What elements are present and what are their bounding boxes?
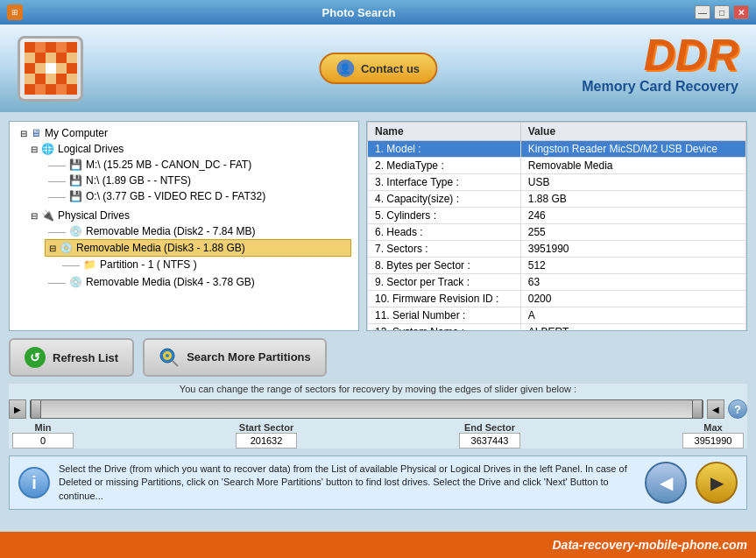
slider-thumb-right[interactable] <box>692 399 703 419</box>
svg-rect-5 <box>25 53 35 63</box>
slider-left-arrow[interactable]: ▶ <box>9 399 26 419</box>
tree-partition1[interactable]: —— 📁 Partition - 1 ( NTFS ) <box>59 257 351 272</box>
prop-value: 3951990 <box>520 241 745 258</box>
min-input[interactable] <box>12 433 74 449</box>
svg-rect-6 <box>35 53 46 63</box>
svg-rect-11 <box>35 63 46 74</box>
physical-drives-label: Physical Drives <box>58 209 130 222</box>
info-text: Select the Drive (from which you want to… <box>59 463 636 503</box>
prop-value: USB <box>520 174 745 191</box>
tree-drive-n[interactable]: —— 💾 N:\ (1.89 GB - - NTFS) <box>45 173 351 188</box>
back-button[interactable]: ◀ <box>645 462 687 504</box>
tree-logical-drives[interactable]: ⊟ 🌐 Logical Drives <box>27 141 351 157</box>
table-row: 12. System Name :ALBERT <box>368 324 746 332</box>
svg-rect-23 <box>56 84 67 95</box>
table-row: 2. MediaType :Removable Media <box>368 158 746 174</box>
max-input[interactable] <box>682 433 744 449</box>
prop-value: Removable Media <box>520 158 745 174</box>
table-row: 9. Sector per Track :63 <box>368 274 746 291</box>
tree-disk3[interactable]: ⊟ 💿 Removable Media (Disk3 - 1.88 GB) <box>45 239 351 257</box>
svg-rect-10 <box>25 63 35 74</box>
minimize-button[interactable]: — <box>695 5 710 19</box>
slider-section: You can change the range of sectors for … <box>9 384 747 449</box>
tree-disk4[interactable]: —— 💿 Removable Media (Disk4 - 3.78 GB) <box>45 274 351 290</box>
svg-rect-12 <box>46 63 56 74</box>
disk3-label: Removable Media (Disk3 - 1.88 GB) <box>76 242 245 254</box>
svg-rect-1 <box>35 42 46 53</box>
close-button[interactable]: ✕ <box>733 5 749 19</box>
table-row: 10. Firmware Revision ID :0200 <box>368 291 746 307</box>
col-name-header: Name <box>368 123 521 141</box>
prop-value: ALBERT <box>520 324 745 332</box>
table-row: 5. Cylinders :246 <box>368 208 746 224</box>
svg-rect-0 <box>25 42 35 53</box>
end-sector-input[interactable] <box>459 433 520 449</box>
col-value-header: Value <box>520 123 745 141</box>
next-button[interactable]: ▶ <box>696 462 738 504</box>
tree-root[interactable]: ⊟ 🖥 My Computer <box>17 125 351 141</box>
drive-m-label: M:\ (15.25 MB - CANON_DC - FAT) <box>86 159 251 171</box>
svg-rect-21 <box>35 84 46 95</box>
slider-thumb-left[interactable] <box>31 399 41 419</box>
prop-value: 246 <box>520 208 745 224</box>
svg-rect-19 <box>67 74 77 84</box>
tree-disk2[interactable]: —— 💿 Removable Media (Disk2 - 7.84 MB) <box>45 223 351 239</box>
max-group: Max <box>682 422 744 449</box>
slider-track[interactable] <box>30 399 703 419</box>
slider-right-arrow[interactable]: ◀ <box>707 399 724 419</box>
svg-rect-2 <box>46 42 56 53</box>
ddr-logo: DDR Memory Card Recovery <box>582 33 738 95</box>
ddr-title: DDR <box>582 33 738 77</box>
svg-line-28 <box>173 361 178 366</box>
prop-name: 3. Interface Type : <box>368 174 521 191</box>
svg-rect-13 <box>56 63 67 74</box>
ddr-subtitle: Memory Card Recovery <box>582 79 738 95</box>
refresh-icon: ↺ <box>25 347 46 368</box>
table-row: 7. Sectors :3951990 <box>368 241 746 258</box>
tree-physical-drives[interactable]: ⊟ 🔌 Physical Drives <box>27 208 351 223</box>
table-row: 4. Capacity(size) :1.88 GB <box>368 191 746 208</box>
search-partitions-icon <box>159 347 180 368</box>
refresh-button[interactable]: ↺ Refresh List <box>9 338 134 377</box>
prop-value: 1.88 GB <box>520 191 745 208</box>
top-section: ⊟ 🖥 My Computer ⊟ 🌐 Logical Drives —— 💾 <box>9 121 747 331</box>
tree-drive-m[interactable]: —— 💾 M:\ (15.25 MB - CANON_DC - FAT) <box>45 157 351 173</box>
maximize-button[interactable]: □ <box>714 5 730 19</box>
slider-track-inner <box>41 400 692 418</box>
contact-button[interactable]: 👤 Contact us <box>319 53 437 84</box>
title-bar: ⊞ Photo Search — □ ✕ <box>0 0 756 25</box>
svg-rect-20 <box>25 84 35 95</box>
info-bar: i Select the Drive (from which you want … <box>9 456 747 510</box>
svg-rect-8 <box>56 53 67 63</box>
prop-name: 1. Model : <box>368 141 521 158</box>
table-row: 6. Heads :255 <box>368 224 746 241</box>
tree-panel[interactable]: ⊟ 🖥 My Computer ⊟ 🌐 Logical Drives —— 💾 <box>9 121 359 331</box>
tree-drive-o[interactable]: —— 💾 O:\ (3.77 GB - VIDEO REC D - FAT32) <box>45 188 351 204</box>
end-group: End Sector <box>459 422 520 449</box>
window-title: Photo Search <box>23 6 695 19</box>
prop-name: 8. Bytes per Sector : <box>368 258 521 274</box>
buttons-row: ↺ Refresh List Search More Partitions <box>9 338 747 377</box>
start-sector-input[interactable] <box>236 433 297 449</box>
header: 👤 Contact us DDR Memory Card Recovery <box>0 25 756 112</box>
table-row: 1. Model :Kingston Reader MicSD/M2 USB D… <box>368 141 746 158</box>
end-label: End Sector <box>464 422 515 433</box>
disk2-label: Removable Media (Disk2 - 7.84 MB) <box>86 225 255 237</box>
prop-value: 512 <box>520 258 745 274</box>
svg-rect-22 <box>46 84 56 95</box>
table-row: 11. Serial Number :A <box>368 307 746 324</box>
svg-rect-14 <box>67 63 77 74</box>
app-icon: ⊞ <box>7 4 23 20</box>
svg-rect-24 <box>67 84 77 95</box>
prop-name: 4. Capacity(size) : <box>368 191 521 208</box>
prop-name: 7. Sectors : <box>368 241 521 258</box>
start-group: Start Sector <box>236 422 297 449</box>
prop-name: 10. Firmware Revision ID : <box>368 291 521 307</box>
prop-value: 63 <box>520 274 745 291</box>
svg-rect-7 <box>46 53 56 63</box>
main-content: ⊟ 🖥 My Computer ⊟ 🌐 Logical Drives —— 💾 <box>0 112 756 532</box>
search-partitions-button[interactable]: Search More Partitions <box>143 338 327 377</box>
prop-name: 11. Serial Number : <box>368 307 521 324</box>
window-controls: — □ ✕ <box>695 5 749 19</box>
help-button[interactable]: ? <box>728 399 747 419</box>
